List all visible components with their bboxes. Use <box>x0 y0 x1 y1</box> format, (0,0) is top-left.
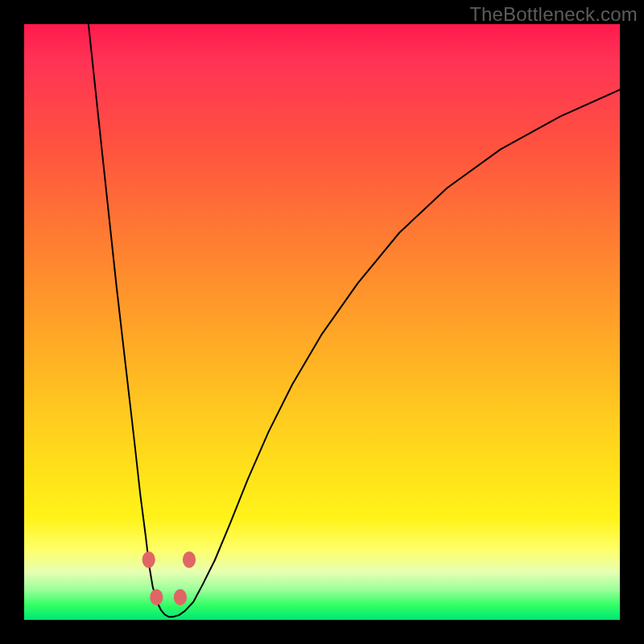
curve-markers <box>142 551 196 605</box>
right-lower-dot <box>174 589 187 605</box>
left-upper-dot <box>142 551 155 568</box>
right-upper-dot <box>183 551 196 568</box>
plot-area <box>24 24 620 620</box>
chart-frame: TheBottleneck.com <box>0 0 644 644</box>
chart-overlay <box>24 24 620 620</box>
left-lower-dot <box>150 589 163 605</box>
bottleneck-curve <box>89 24 620 617</box>
watermark-text: TheBottleneck.com <box>469 3 638 26</box>
